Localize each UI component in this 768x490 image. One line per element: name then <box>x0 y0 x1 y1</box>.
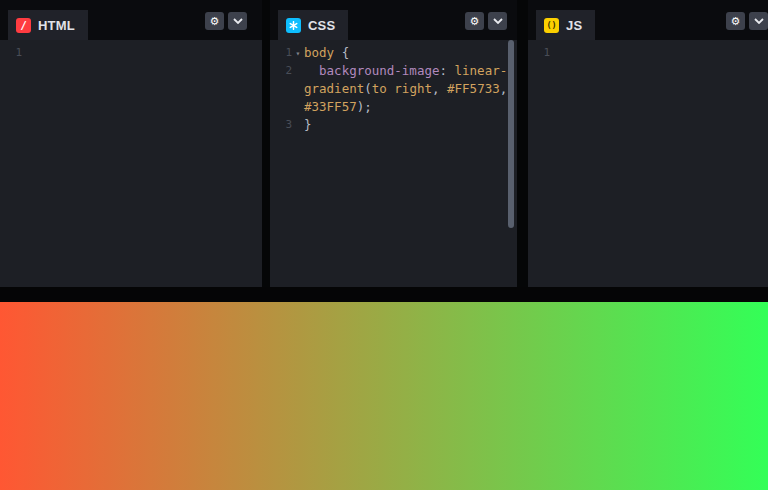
html-collapse-button[interactable] <box>228 12 247 30</box>
code-text: gradient(to right, #FF5733, <box>304 80 507 98</box>
editor-line: 1 <box>528 44 768 62</box>
css-scrollbar-thumb[interactable] <box>508 40 514 228</box>
css-panel: CSS ⚙ 1▾body {2 background-image: linear… <box>270 0 517 287</box>
line-number: 1 <box>528 44 550 62</box>
js-code-editor[interactable]: 1 <box>528 40 768 287</box>
line-number <box>270 80 292 98</box>
html-code-editor[interactable]: 1 <box>0 40 262 287</box>
html-panel-header: / HTML ⚙ <box>0 0 262 40</box>
gear-icon: ⚙ <box>210 16 220 27</box>
css-code-editor[interactable]: 1▾body {2 background-image: linear-gradi… <box>270 40 517 287</box>
js-panel: () JS ⚙ 1 <box>528 0 768 287</box>
css-code-lines: 1▾body {2 background-image: linear-gradi… <box>270 44 517 134</box>
gear-icon: ⚙ <box>731 16 741 27</box>
editor-line: 2 background-image: linear- <box>270 62 517 80</box>
editor-line: 1▾body { <box>270 44 517 62</box>
fold-spacer <box>292 98 304 116</box>
html-panel: / HTML ⚙ 1 <box>0 0 262 287</box>
editor-line: #33FF57); <box>270 98 517 116</box>
html-icon: / <box>16 18 31 33</box>
tab-html[interactable]: / HTML <box>8 10 88 40</box>
css-collapse-button[interactable] <box>488 12 507 30</box>
fold-spacer <box>292 80 304 98</box>
tab-js[interactable]: () JS <box>536 10 595 40</box>
chevron-down-icon <box>233 18 243 24</box>
js-settings-button[interactable]: ⚙ <box>726 12 745 30</box>
code-text: body { <box>304 44 349 62</box>
editors-row: / HTML ⚙ 1 <box>0 0 768 287</box>
css-icon <box>286 18 301 33</box>
line-number: 1 <box>270 44 292 62</box>
fold-spacer <box>292 116 304 134</box>
tab-js-label: JS <box>566 18 582 33</box>
line-number <box>270 98 292 116</box>
tab-css-label: CSS <box>308 18 335 33</box>
js-collapse-button[interactable] <box>749 12 768 30</box>
code-text: #33FF57); <box>304 98 372 116</box>
line-number: 2 <box>270 62 292 80</box>
css-header-buttons: ⚙ <box>465 12 507 30</box>
tab-css[interactable]: CSS <box>278 10 348 40</box>
line-number: 3 <box>270 116 292 134</box>
css-settings-button[interactable]: ⚙ <box>465 12 484 30</box>
js-header-buttons: ⚙ <box>726 12 768 30</box>
code-text: } <box>304 116 312 134</box>
html-header-buttons: ⚙ <box>205 12 247 30</box>
gear-icon: ⚙ <box>470 16 480 27</box>
code-text: background-image: linear- <box>304 62 507 80</box>
asterisk-glyph <box>289 21 298 30</box>
chevron-down-icon <box>754 18 764 24</box>
editor-line: gradient(to right, #FF5733, <box>270 80 517 98</box>
chevron-down-icon <box>493 18 503 24</box>
tab-html-label: HTML <box>38 18 75 33</box>
line-number: 1 <box>0 44 22 62</box>
fold-spacer <box>292 62 304 80</box>
js-icon: () <box>544 18 559 33</box>
codepen-editor-app: / HTML ⚙ 1 <box>0 0 768 490</box>
preview-resize-divider[interactable] <box>0 287 768 302</box>
fold-arrow-icon[interactable]: ▾ <box>292 44 304 62</box>
editor-line: 1 <box>0 44 262 62</box>
preview-pane <box>0 302 768 490</box>
js-panel-header: () JS ⚙ <box>528 0 768 40</box>
html-settings-button[interactable]: ⚙ <box>205 12 224 30</box>
editor-line: 3} <box>270 116 517 134</box>
css-panel-header: CSS ⚙ <box>270 0 517 40</box>
